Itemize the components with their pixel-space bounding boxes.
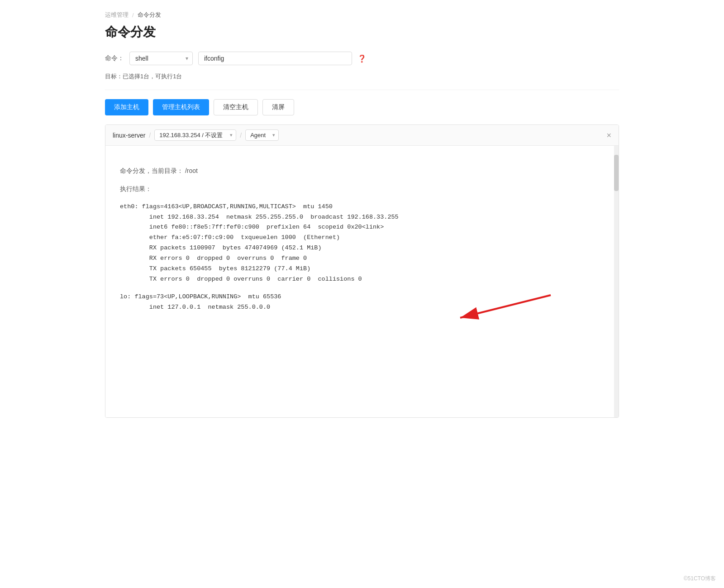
server-name: linux-server xyxy=(113,132,145,139)
terminal-line-2: inet6 fe80::f8e5:7ff:fef0:c900 prefixlen… xyxy=(120,222,604,233)
help-icon[interactable]: ❓ xyxy=(357,54,367,63)
breadcrumb-current: 命令分发 xyxy=(138,11,161,19)
terminal-spacer-3 xyxy=(120,195,604,202)
clear-host-button[interactable]: 清空主机 xyxy=(214,99,258,115)
ip-select-wrapper: 192.168.33.254 / 不设置 ▾ xyxy=(154,129,236,141)
ip-select[interactable]: 192.168.33.254 / 不设置 xyxy=(154,129,236,141)
manage-host-list-button[interactable]: 管理主机列表 xyxy=(153,99,209,115)
close-terminal-button[interactable]: × xyxy=(606,131,611,139)
breadcrumb: 运维管理 / 命令分发 xyxy=(105,11,619,19)
terminal-line-6: TX packets 650455 bytes 81212279 (77.4 M… xyxy=(120,264,604,274)
terminal-sep-1: / xyxy=(149,132,151,139)
terminal-line-7: TX errors 0 dropped 0 overruns 0 carrier… xyxy=(120,274,604,285)
terminal-line-9: inet 127.0.0.1 netmask 255.0.0.0 xyxy=(120,302,604,313)
scrollbar[interactable] xyxy=(614,146,619,417)
terminal-result-label: 执行结果： xyxy=(120,184,604,195)
terminal-line-1: inet 192.168.33.254 netmask 255.255.255.… xyxy=(120,212,604,223)
add-host-button[interactable]: 添加主机 xyxy=(105,99,148,115)
terminal-sep-2: / xyxy=(240,132,242,139)
terminal-line-8: lo: flags=73<UP,LOOPBACK,RUNNING> mtu 65… xyxy=(120,292,604,302)
clear-screen-button[interactable]: 清屏 xyxy=(262,99,294,115)
breadcrumb-separator: / xyxy=(132,12,134,19)
scrollbar-thumb[interactable] xyxy=(614,155,619,191)
breadcrumb-parent[interactable]: 运维管理 xyxy=(105,11,129,19)
terminal-spacer-1 xyxy=(120,158,604,166)
terminal-line-0: eth0: flags=4163<UP,BROADCAST,RUNNING,MU… xyxy=(120,202,604,212)
command-label: 命令： xyxy=(105,54,124,62)
command-type-select-wrapper: shell ▾ xyxy=(129,52,193,65)
terminal-header: linux-server / 192.168.33.254 / 不设置 ▾ / … xyxy=(105,125,619,146)
target-text: 目标：已选择1台，可执行1台 xyxy=(105,73,182,80)
agent-select[interactable]: Agent xyxy=(245,129,279,141)
terminal-line-4: RX packets 1100907 bytes 474074969 (452.… xyxy=(120,243,604,253)
command-input[interactable] xyxy=(198,52,352,65)
terminal-line-3: ether fa:e5:07:f0:c9:00 txqueuelen 1000 … xyxy=(120,233,604,243)
target-row: 目标：已选择1台，可执行1台 xyxy=(105,72,619,90)
page-title: 命令分发 xyxy=(105,24,619,41)
agent-select-wrapper: Agent ▾ xyxy=(245,129,279,141)
terminal-spacer-2 xyxy=(120,177,604,184)
command-type-select[interactable]: shell xyxy=(129,52,193,65)
action-bar: 添加主机 管理主机列表 清空主机 清屏 xyxy=(105,99,619,115)
command-row: 命令： shell ▾ ❓ xyxy=(105,52,619,65)
terminal-info-line: 命令分发，当前目录： /root xyxy=(120,166,604,177)
terminal-spacer-4 xyxy=(120,285,604,292)
terminal-container: linux-server / 192.168.33.254 / 不设置 ▾ / … xyxy=(105,124,619,418)
terminal-line-5: RX errors 0 dropped 0 overruns 0 frame 0 xyxy=(120,253,604,264)
terminal-body: 命令分发，当前目录： /root 执行结果： eth0: flags=4163<… xyxy=(105,146,619,417)
page-container: 运维管理 / 命令分发 命令分发 命令： shell ▾ ❓ 目标：已选择1台，… xyxy=(90,0,634,429)
